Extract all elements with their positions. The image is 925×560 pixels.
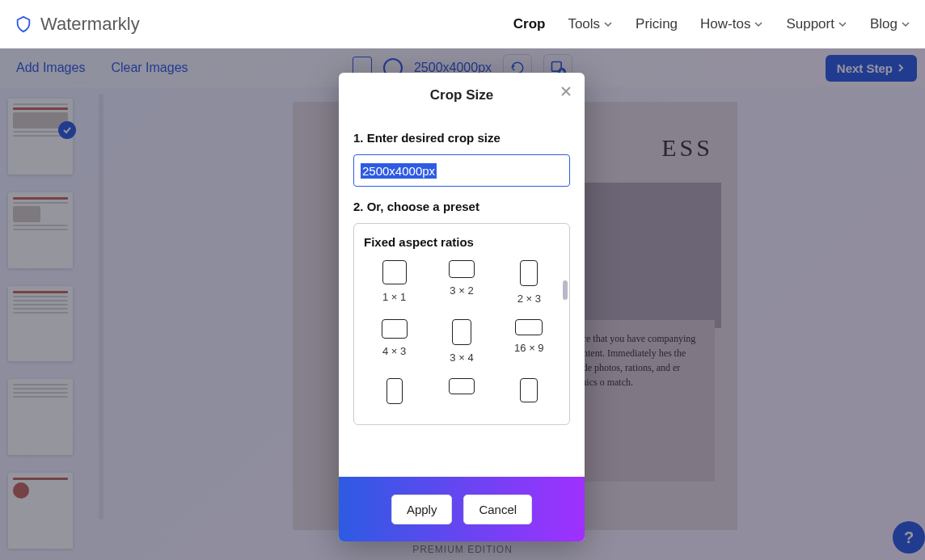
preset-item[interactable] [499, 378, 560, 404]
shield-icon [15, 15, 32, 33]
close-button[interactable] [559, 84, 573, 102]
chevron-down-icon [901, 19, 910, 29]
preset-item[interactable] [364, 378, 424, 404]
nav-crop[interactable]: Crop [513, 16, 546, 32]
modal-title: Crop Size [430, 87, 493, 103]
preset-scrollbar[interactable] [563, 280, 568, 300]
nav-support[interactable]: Support [786, 16, 847, 32]
modal-footer: Apply Cancel [339, 477, 585, 541]
chevron-down-icon [603, 19, 613, 29]
cancel-button[interactable]: Cancel [463, 495, 532, 524]
app-header: Watermarkly Crop Tools Pricing How-tos S… [0, 0, 925, 48]
preset-grid: 1 × 1 3 × 2 2 × 3 4 × 3 3 × 4 16 × 9 [364, 260, 560, 404]
preset-16x9[interactable]: 16 × 9 [499, 319, 560, 364]
chevron-down-icon [754, 19, 763, 29]
logo-area[interactable]: Watermarkly [15, 14, 140, 35]
preset-3x4[interactable]: 3 × 4 [431, 319, 492, 364]
nav-pricing[interactable]: Pricing [636, 16, 678, 32]
nav-tools[interactable]: Tools [568, 16, 613, 32]
nav-howtos[interactable]: How-tos [700, 16, 763, 32]
modal-header: Crop Size [339, 73, 585, 118]
step2-label: 2. Or, choose a preset [353, 200, 570, 213]
main-nav: Crop Tools Pricing How-tos Support Blog [513, 16, 910, 32]
brand-name: Watermarkly [40, 14, 140, 35]
preset-title: Fixed aspect ratios [364, 235, 560, 249]
crop-size-modal: Crop Size 1. Enter desired crop size 250… [339, 73, 585, 541]
modal-body: 1. Enter desired crop size 2500x4000px 2… [339, 118, 585, 477]
preset-2x3[interactable]: 2 × 3 [499, 260, 560, 305]
close-icon [559, 84, 573, 99]
preset-4x3[interactable]: 4 × 3 [364, 319, 424, 364]
crop-size-input[interactable]: 2500x4000px [353, 154, 570, 187]
apply-button[interactable]: Apply [391, 495, 453, 524]
preset-1x1[interactable]: 1 × 1 [364, 260, 424, 305]
chevron-down-icon [838, 19, 847, 29]
step1-label: 1. Enter desired crop size [353, 131, 570, 145]
preset-3x2[interactable]: 3 × 2 [431, 260, 492, 305]
nav-blog[interactable]: Blog [870, 16, 910, 32]
preset-item[interactable] [431, 378, 492, 404]
preset-container: Fixed aspect ratios 1 × 1 3 × 2 2 × 3 4 … [353, 223, 570, 425]
